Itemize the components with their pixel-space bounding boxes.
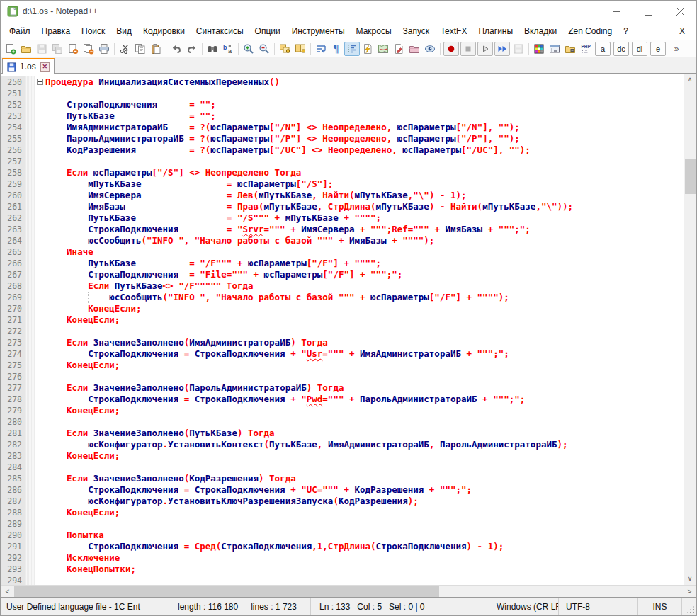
bookmark-margin[interactable] <box>26 394 35 405</box>
code-line-273[interactable]: 273Если ЗначениеЗаполнено(ИмяАдминистрат… <box>1 337 684 348</box>
code-line-271[interactable]: 271КонецЕсли; <box>1 314 684 326</box>
status-insert-mode[interactable]: INS <box>652 602 667 612</box>
fold-margin[interactable] <box>35 405 45 416</box>
code-line-293[interactable]: 293КонецПопытки; <box>1 564 684 575</box>
code-line-256[interactable]: 256КодРазрешения = ?(юсПараметры["/UC"] … <box>1 144 684 156</box>
cut-button[interactable] <box>117 42 132 56</box>
plugin-a-button[interactable]: a <box>595 42 611 56</box>
fold-margin[interactable] <box>35 76 45 88</box>
code-line-258[interactable]: 258Если юсПараметры["/S"] <> Неопределен… <box>1 167 684 178</box>
scroll-down-icon[interactable]: ∨ <box>684 573 696 585</box>
tab-close-icon[interactable]: ✕ <box>40 62 50 72</box>
new-file-button[interactable] <box>3 42 18 56</box>
code-line-290[interactable]: 290Попытка <box>1 530 684 541</box>
scroll-right-icon[interactable]: > <box>684 588 696 595</box>
horizontal-scrollbar-thumb[interactable] <box>14 586 439 597</box>
bookmark-margin[interactable] <box>26 530 35 541</box>
status-encoding[interactable]: UTF-8 <box>566 602 590 612</box>
code-line-288[interactable]: 288КонецЕсли; <box>1 507 684 518</box>
bookmark-margin[interactable] <box>26 326 35 337</box>
scroll-up-icon[interactable]: ∧ <box>684 74 696 86</box>
code-line-268[interactable]: 268Если ПутьКБазе<> "/F""""" Тогда <box>1 280 684 292</box>
fold-margin[interactable] <box>35 212 45 224</box>
tab-1os[interactable]: 1.os ✕ <box>2 58 55 74</box>
bookmark-margin[interactable] <box>26 348 35 360</box>
bookmark-margin[interactable] <box>26 258 35 269</box>
vertical-scrollbar[interactable]: ∧ ∨ <box>684 74 696 585</box>
code-line-252[interactable]: 252СтрокаПодключения = ""; <box>1 99 684 110</box>
fold-margin[interactable] <box>35 122 45 133</box>
code-line-267[interactable]: 267СтрокаПодключения = "File=""" + юсПар… <box>1 269 684 280</box>
fold-margin[interactable] <box>35 235 45 246</box>
bookmark-margin[interactable] <box>26 541 35 552</box>
fold-margin[interactable] <box>35 190 45 201</box>
bookmark-margin[interactable] <box>26 575 35 585</box>
macro-record-button[interactable] <box>443 42 459 56</box>
code-line-270[interactable]: 270КонецЕсли; <box>1 303 684 314</box>
macro-run-multiple-button[interactable] <box>494 42 510 56</box>
function-list-button[interactable] <box>391 42 407 56</box>
fold-margin[interactable] <box>35 496 45 507</box>
folder-workspace-button[interactable] <box>407 42 422 56</box>
fold-margin[interactable] <box>35 518 45 530</box>
menu-item-ru-5[interactable]: Синтаксисы <box>191 23 249 39</box>
fold-margin[interactable] <box>35 416 45 428</box>
menu-close-document-x[interactable]: X <box>675 24 689 38</box>
code-line-284[interactable]: 284 <box>1 462 684 473</box>
bookmark-margin[interactable] <box>26 99 35 110</box>
show-all-characters-button[interactable]: ¶ <box>329 42 344 56</box>
bookmark-margin[interactable] <box>26 246 35 258</box>
macro-save-button[interactable] <box>511 42 526 56</box>
zoom-in-button[interactable] <box>241 42 256 56</box>
replace-button[interactable]: ba <box>220 42 236 56</box>
code-line-253[interactable]: 253ПутьКБазе = ""; <box>1 110 684 122</box>
define-language-button[interactable] <box>360 42 375 56</box>
bookmark-margin[interactable] <box>26 552 35 564</box>
fold-margin[interactable] <box>35 552 45 564</box>
word-wrap-button[interactable] <box>313 42 329 56</box>
fold-collapse-icon[interactable] <box>37 79 43 85</box>
plugin-e-button[interactable]: e <box>650 42 666 56</box>
code-line-274[interactable]: 274СтрокаПодключения = СтрокаПодключения… <box>1 348 684 360</box>
fold-margin[interactable] <box>35 382 45 394</box>
menu-item-ru-6[interactable]: Опции <box>249 23 286 39</box>
fold-margin[interactable] <box>35 133 45 144</box>
code-line-294[interactable]: 294 <box>1 575 684 585</box>
fold-margin[interactable] <box>35 178 45 190</box>
paste-button[interactable] <box>148 42 164 56</box>
bookmark-margin[interactable] <box>26 371 35 382</box>
fold-margin[interactable] <box>35 292 45 303</box>
code-line-285[interactable]: 285Если ЗначениеЗаполнено(КодРазрешения)… <box>1 473 684 484</box>
menu-item-ru-8[interactable]: Макросы <box>351 23 397 39</box>
menu-item-ru-2[interactable]: Поиск <box>76 23 110 39</box>
macro-stop-button[interactable] <box>460 42 476 56</box>
bookmark-margin[interactable] <box>26 450 35 462</box>
close-button[interactable] <box>65 42 81 56</box>
code-line-272[interactable]: 272 <box>1 326 684 337</box>
bookmark-margin[interactable] <box>26 133 35 144</box>
indent-guide-button[interactable] <box>344 42 360 56</box>
fold-margin[interactable] <box>35 167 45 178</box>
code-line-287[interactable]: 287юсКонфигуратор.УстановитьКлючРазрешен… <box>1 496 684 507</box>
print-button[interactable] <box>96 42 112 56</box>
bookmark-margin[interactable] <box>26 235 35 246</box>
menu-item-textfx[interactable]: TextFX <box>435 23 472 39</box>
fold-margin[interactable] <box>35 303 45 314</box>
bookmark-margin[interactable] <box>26 473 35 484</box>
fold-margin[interactable] <box>35 564 45 575</box>
code-line-277[interactable]: 277Если ЗначениеЗаполнено(ПарольАдминист… <box>1 382 684 394</box>
code-line-261[interactable]: 261ИмяБазы = Прав(мПутьКБазе, СтрДлина(м… <box>1 201 684 212</box>
code-line-266[interactable]: 266ПутьКБазе = "/F""" + юсПараметры["/F"… <box>1 258 684 269</box>
bookmark-margin[interactable] <box>26 269 35 280</box>
menu-item-ru-3[interactable]: Вид <box>110 23 137 39</box>
fold-margin[interactable] <box>35 99 45 110</box>
bookmark-margin[interactable] <box>26 144 35 156</box>
bookmark-margin[interactable] <box>26 110 35 122</box>
fold-margin[interactable] <box>35 110 45 122</box>
bookmark-margin[interactable] <box>26 337 35 348</box>
menu-item-ru-1[interactable]: Правка <box>36 23 76 39</box>
close-all-button[interactable] <box>81 42 96 56</box>
code-line-286[interactable]: 286СтрокаПодключения = СтрокаПодключения… <box>1 484 684 496</box>
bookmark-margin[interactable] <box>26 201 35 212</box>
fold-margin[interactable] <box>35 530 45 541</box>
